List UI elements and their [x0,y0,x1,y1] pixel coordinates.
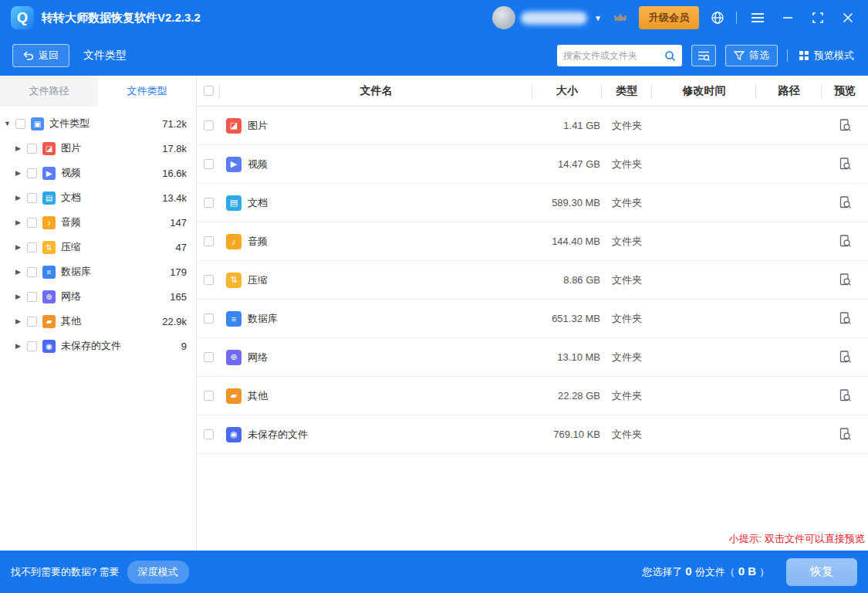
toolbar-divider [787,49,788,62]
service-globe-icon[interactable] [711,11,724,25]
table-row[interactable]: ⇅压缩 8.86 GB 文件夹 [197,261,868,300]
tree-checkbox[interactable] [15,119,25,129]
tree-checkbox[interactable] [27,242,37,252]
search-results-list-button[interactable] [691,45,716,66]
table-row[interactable]: ◉未保存的文件 769.10 KB 文件夹 [197,415,868,454]
table-row[interactable]: ▰其他 22.28 GB 文件夹 [197,377,868,415]
row-checkbox[interactable] [204,352,214,362]
tree-item[interactable]: ▶ ⇅ 压缩 47 [0,235,196,259]
table-row[interactable]: ♪音频 144.40 MB 文件夹 [197,222,868,261]
row-checkbox[interactable] [204,313,214,324]
preview-button[interactable] [838,234,853,249]
tree-checkbox[interactable] [27,292,37,302]
row-checkbox[interactable] [204,275,214,285]
file-name: 视频 [248,158,268,171]
close-button[interactable] [839,8,857,27]
tree-item[interactable]: ▶ ⊕ 网络 165 [0,284,196,309]
file-size: 22.28 GB [532,377,602,415]
table-row[interactable]: ▤文档 589.30 MB 文件夹 [197,184,868,222]
back-button[interactable]: 返回 [12,44,69,67]
preview-button[interactable] [838,157,853,171]
tree-item-label: 音频 [61,215,170,229]
chevron-right-icon[interactable]: ▶ [15,342,27,350]
maximize-button[interactable] [809,8,827,27]
tree-checkbox[interactable] [27,193,37,203]
row-checkbox[interactable] [204,198,214,208]
chevron-right-icon[interactable]: ▶ [15,293,27,300]
preview-button[interactable] [838,195,853,210]
chevron-right-icon[interactable]: ▶ [15,268,27,276]
tree-item[interactable]: ▶ ≡ 数据库 179 [0,259,196,284]
search-icon[interactable] [664,50,676,62]
search-input[interactable] [563,50,660,61]
row-checkbox[interactable] [204,120,214,130]
tab-file-type[interactable]: 文件类型 [98,76,196,107]
user-avatar[interactable] [492,6,515,29]
recover-button[interactable]: 恢复 [786,558,857,586]
upgrade-vip-button[interactable]: 升级会员 [639,6,699,29]
tree-item-count: 22.9k [162,316,196,327]
row-checkbox[interactable] [204,391,214,401]
file-path [756,300,822,337]
tree-checkbox[interactable] [27,168,37,178]
deep-mode-button[interactable]: 深度模式 [127,561,189,584]
tree-item-count: 17.8k [162,143,196,154]
tree-item-label: 其他 [61,314,162,328]
table-row[interactable]: ⊕网络 13.10 MB 文件夹 [197,338,868,377]
row-checkbox[interactable] [204,236,214,246]
audio-icon: ♪ [226,234,241,249]
preview-button[interactable] [838,388,853,403]
chevron-down-icon[interactable]: ▼ [594,14,602,22]
tree-item[interactable]: ▶ ◪ 图片 17.8k [0,136,196,161]
chevron-right-icon[interactable]: ▶ [15,317,27,325]
chevron-down-icon[interactable]: ▼ [4,120,15,127]
table-row[interactable]: ≡数据库 651.32 MB 文件夹 [197,300,868,338]
tree-item[interactable]: ▶ ▰ 其他 22.9k [0,309,196,334]
image-icon: ◪ [42,142,56,155]
tree-checkbox[interactable] [27,144,37,154]
network-icon: ⊕ [42,290,56,303]
tree-item[interactable]: ▼ ▣ 文件类型 71.2k [0,111,196,136]
row-checkbox[interactable] [204,429,214,439]
tree-item-label: 视频 [61,166,162,180]
select-all-checkbox[interactable] [204,86,214,96]
chevron-right-icon[interactable]: ▶ [15,243,27,251]
tree-checkbox[interactable] [27,267,37,277]
preview-button[interactable] [838,427,853,442]
funnel-icon [734,50,745,61]
table-row[interactable]: ▶视频 14.47 GB 文件夹 [197,145,868,184]
menu-button[interactable] [748,8,767,27]
preview-button[interactable] [838,273,853,287]
file-path [756,415,822,453]
preview-button[interactable] [838,311,853,326]
file-modified-time [652,261,756,299]
document-icon: ▤ [226,195,241,211]
chevron-right-icon[interactable]: ▶ [15,169,27,177]
chevron-right-icon[interactable]: ▶ [15,144,27,152]
tree-item[interactable]: ▶ ◉ 未保存的文件 9 [0,334,196,358]
title-bar: Q 转转大师数据恢复软件V2.2.3.2 ▼ 升级会员 [0,0,868,36]
preview-mode-button[interactable]: 预览模式 [797,45,856,66]
deep-scan-prompt: 找不到需要的数据? 需要 [11,565,120,579]
column-header-type: 类型 [602,76,652,106]
tree-item[interactable]: ▶ ♪ 音频 147 [0,210,196,235]
tree-checkbox[interactable] [27,218,37,228]
tree-item[interactable]: ▶ ▶ 视频 16.6k [0,161,196,185]
table-row[interactable]: ◪图片 1.41 GB 文件夹 [197,107,868,145]
back-arrow-icon [23,51,34,61]
file-path [756,338,822,376]
preview-button[interactable] [838,350,853,364]
chevron-right-icon[interactable]: ▶ [15,194,27,202]
file-size: 589.30 MB [532,184,602,222]
minimize-button[interactable] [778,8,797,27]
tree-item[interactable]: ▶ ▤ 文档 13.4k [0,185,196,210]
file-type: 文件夹 [602,300,652,337]
file-name: 文档 [248,196,268,210]
preview-button[interactable] [838,118,853,133]
chevron-right-icon[interactable]: ▶ [15,219,27,226]
tree-checkbox[interactable] [27,317,37,327]
row-checkbox[interactable] [204,159,214,169]
filter-button[interactable]: 筛选 [725,45,778,66]
tab-file-path[interactable]: 文件路径 [0,76,98,107]
tree-checkbox[interactable] [27,341,37,351]
